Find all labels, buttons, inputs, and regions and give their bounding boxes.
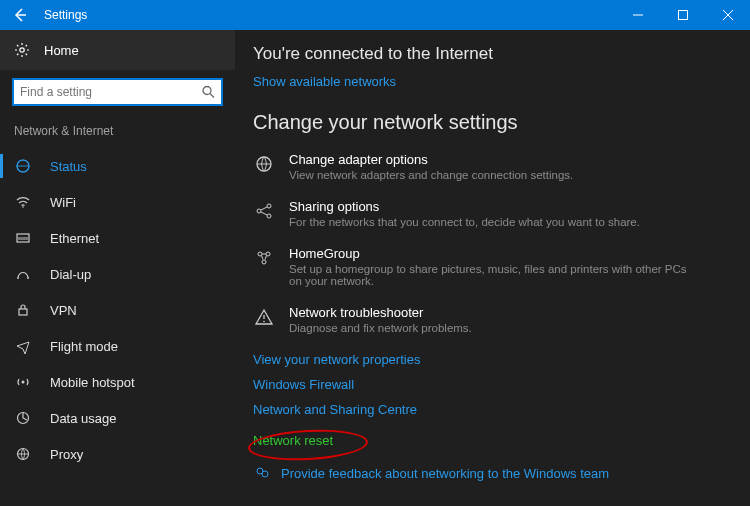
sidebar-item-dialup[interactable]: Dial-up	[0, 256, 235, 292]
row-title: Change adapter options	[289, 152, 573, 167]
svg-point-17	[266, 252, 270, 256]
svg-point-14	[267, 204, 271, 208]
row-desc: Set up a homegroup to share pictures, mu…	[289, 263, 689, 287]
sidebar-item-label: Ethernet	[50, 231, 99, 246]
airplane-icon	[14, 338, 32, 354]
row-sharing-options[interactable]: Sharing options For the networks that yo…	[253, 199, 728, 228]
svg-point-9	[22, 381, 25, 384]
svg-rect-0	[678, 11, 687, 20]
svg-rect-8	[19, 309, 27, 315]
firewall-link[interactable]: Windows Firewall	[253, 377, 728, 392]
globe-icon	[253, 152, 275, 181]
wifi-icon	[14, 194, 32, 210]
sidebar: Home Network & Internet Status WiFi Ethe…	[0, 30, 235, 506]
row-title: Network troubleshooter	[289, 305, 472, 320]
gear-icon	[14, 42, 30, 58]
minimize-button[interactable]	[615, 0, 660, 30]
sidebar-item-label: VPN	[50, 303, 77, 318]
sidebar-item-label: Proxy	[50, 447, 83, 462]
sidebar-item-status[interactable]: Status	[0, 148, 235, 184]
svg-point-15	[267, 214, 271, 218]
maximize-button[interactable]	[660, 0, 705, 30]
datausage-icon	[14, 410, 32, 426]
sidebar-item-hotspot[interactable]: Mobile hotspot	[0, 364, 235, 400]
sidebar-group-label: Network & Internet	[0, 116, 235, 148]
main-panel[interactable]: You're connected to the Internet Show av…	[235, 30, 750, 506]
sidebar-item-label: Dial-up	[50, 267, 91, 282]
sidebar-item-proxy[interactable]: Proxy	[0, 436, 235, 472]
row-adapter-options[interactable]: Change adapter options View network adap…	[253, 152, 728, 181]
row-desc: View network adapters and change connect…	[289, 169, 573, 181]
feedback-link[interactable]: Provide feedback about networking to the…	[253, 464, 728, 482]
row-homegroup[interactable]: HomeGroup Set up a homegroup to share pi…	[253, 246, 728, 287]
svg-point-21	[262, 471, 268, 477]
sidebar-item-label: Status	[50, 159, 87, 174]
row-troubleshooter[interactable]: Network troubleshooter Diagnose and fix …	[253, 305, 728, 334]
search-icon	[202, 86, 215, 99]
vpn-icon	[14, 302, 32, 318]
svg-point-19	[263, 321, 265, 323]
sidebar-item-label: Mobile hotspot	[50, 375, 135, 390]
titlebar: Settings	[0, 0, 750, 30]
view-properties-link[interactable]: View your network properties	[253, 352, 728, 367]
sidebar-item-vpn[interactable]: VPN	[0, 292, 235, 328]
svg-point-18	[262, 260, 266, 264]
sidebar-item-label: WiFi	[50, 195, 76, 210]
sharing-centre-link[interactable]: Network and Sharing Centre	[253, 402, 728, 417]
feedback-label: Provide feedback about networking to the…	[281, 466, 609, 481]
row-title: Sharing options	[289, 199, 640, 214]
svg-point-4	[22, 206, 24, 208]
status-icon	[14, 158, 32, 174]
connected-heading: You're connected to the Internet	[253, 44, 728, 64]
homegroup-icon	[253, 246, 275, 287]
row-title: HomeGroup	[289, 246, 689, 261]
sidebar-item-flightmode[interactable]: Flight mode	[0, 328, 235, 364]
network-reset-link[interactable]: Network reset	[253, 433, 333, 448]
row-desc: For the networks that you connect to, de…	[289, 216, 640, 228]
search-input[interactable]	[12, 78, 223, 106]
show-networks-link[interactable]: Show available networks	[253, 74, 396, 89]
close-button[interactable]	[705, 0, 750, 30]
svg-point-13	[257, 209, 261, 213]
sidebar-item-datausage[interactable]: Data usage	[0, 400, 235, 436]
row-desc: Diagnose and fix network problems.	[289, 322, 472, 334]
svg-point-7	[27, 277, 29, 279]
window-title: Settings	[40, 8, 87, 22]
sidebar-home[interactable]: Home	[0, 30, 235, 70]
minimize-icon	[633, 10, 643, 20]
arrow-left-icon	[12, 7, 28, 23]
sidebar-item-label: Flight mode	[50, 339, 118, 354]
sidebar-item-label: Data usage	[50, 411, 117, 426]
maximize-icon	[678, 10, 688, 20]
change-settings-heading: Change your network settings	[253, 111, 728, 134]
svg-point-2	[203, 87, 211, 95]
svg-point-1	[20, 48, 24, 52]
ethernet-icon	[14, 230, 32, 246]
hotspot-icon	[14, 374, 32, 390]
proxy-icon	[14, 446, 32, 462]
svg-point-6	[17, 277, 19, 279]
sidebar-home-label: Home	[44, 43, 79, 58]
back-button[interactable]	[0, 0, 40, 30]
svg-point-16	[258, 252, 262, 256]
warning-icon	[253, 305, 275, 334]
sidebar-item-ethernet[interactable]: Ethernet	[0, 220, 235, 256]
dialup-icon	[14, 266, 32, 282]
sidebar-item-wifi[interactable]: WiFi	[0, 184, 235, 220]
sharing-icon	[253, 199, 275, 228]
close-icon	[723, 10, 733, 20]
feedback-icon	[253, 464, 271, 482]
